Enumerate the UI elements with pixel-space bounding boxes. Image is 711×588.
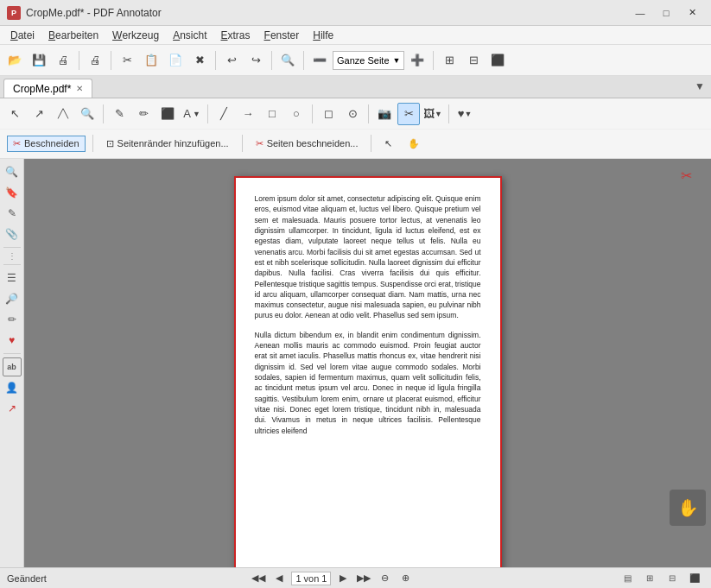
- view-btn-2[interactable]: ⊞: [640, 571, 659, 586]
- toolbar-delete[interactable]: ✖: [188, 49, 211, 72]
- view-btn-4[interactable]: ⬛: [685, 571, 704, 586]
- menu-bearbeiten[interactable]: Bearbeiten: [41, 26, 105, 44]
- zoom-out-btn[interactable]: ⊖: [376, 571, 393, 586]
- page-margin-icon: ⊡: [106, 138, 114, 149]
- nav-first[interactable]: ◀◀: [250, 571, 267, 586]
- menu-fenster[interactable]: Fenster: [257, 26, 307, 44]
- zoom-dropdown-icon: ▼: [393, 56, 401, 65]
- sidebar-icon-zoom[interactable]: 🔎: [3, 289, 22, 308]
- sub-beschneiden[interactable]: ✂ Beschneiden: [7, 136, 86, 152]
- view-btn-3[interactable]: ⊟: [663, 571, 682, 586]
- document-area[interactable]: ✂ Lorem ipsum dolor sit amet, consectetu…: [24, 159, 711, 567]
- tool-lasso[interactable]: ⊙: [341, 103, 364, 125]
- view-btn-1[interactable]: ▤: [618, 571, 637, 586]
- tool-camera[interactable]: 📷: [373, 103, 396, 125]
- menu-hilfe[interactable]: Hilfe: [306, 26, 340, 44]
- toolbar-undo[interactable]: ↩: [220, 49, 243, 72]
- zoom-in-btn[interactable]: ⊕: [397, 571, 414, 586]
- sub-icon2[interactable]: ✋: [402, 136, 426, 152]
- left-sidebar: 🔍 🔖 ✎ 📎 ⋮ ☰ 🔎 ✏ ♥ ab 👤 ↗: [0, 159, 24, 567]
- toolbar-copy[interactable]: 📋: [140, 49, 162, 72]
- toolbar-sep-3: [215, 51, 216, 70]
- app-icon: P: [7, 6, 21, 20]
- tool-select[interactable]: ↖: [3, 103, 26, 125]
- minimize-button[interactable]: —: [628, 4, 652, 22]
- sub-seiten-beschneiden[interactable]: ✂ Seiten beschneiden...: [250, 136, 365, 152]
- main-layout: 🔍 🔖 ✎ 📎 ⋮ ☰ 🔎 ✏ ♥ ab 👤 ↗ ✂ Lorem ipsum d…: [0, 159, 711, 567]
- tool-image[interactable]: 🖼▼: [422, 103, 444, 125]
- page-content: Lorem ipsum dolor sit amet, consectetur …: [255, 193, 481, 436]
- nav-prev[interactable]: ◀: [270, 571, 288, 586]
- nav-next[interactable]: ▶: [334, 571, 352, 586]
- close-button[interactable]: ✕: [680, 4, 704, 22]
- toolbar-cut[interactable]: ✂: [116, 49, 138, 72]
- window-controls: — □ ✕: [628, 4, 704, 22]
- sidebar-icon-text[interactable]: ab: [3, 357, 22, 376]
- toolbar-sep-6: [433, 51, 434, 70]
- sidebar-icon-attach[interactable]: 📎: [3, 224, 22, 243]
- toolbar-redo[interactable]: ↪: [244, 49, 267, 72]
- annot-sep-4: [368, 104, 369, 123]
- toolbar-print[interactable]: 🖨: [84, 49, 106, 72]
- toolbar-zoom-in[interactable]: ➕: [406, 49, 429, 72]
- sidebar-icon-arrow[interactable]: ↗: [3, 399, 22, 418]
- sub-icon1[interactable]: ↖: [378, 136, 398, 152]
- tool-zoom-select[interactable]: 🔍: [76, 103, 98, 125]
- sidebar-icon-edit[interactable]: ✏: [3, 310, 22, 329]
- tool-arrow[interactable]: →: [237, 103, 259, 125]
- tool-select2[interactable]: ↗: [28, 103, 50, 125]
- toolbar-paste[interactable]: 📄: [164, 49, 187, 72]
- annotation-tools-row: ↖ ↗ ╱╲ 🔍 ✎ ✏ ⬛ A▼ ╱ → □ ○ ◻ ⊙ 📷 ✂ 🖼▼ ♥▼: [0, 98, 711, 130]
- sidebar-icon-list[interactable]: ☰: [3, 269, 22, 288]
- tool-line[interactable]: ╱: [213, 103, 235, 125]
- tool-ellipse[interactable]: ○: [285, 103, 308, 125]
- nav-last[interactable]: ▶▶: [355, 571, 372, 586]
- crop-indicator-icon: ✂: [681, 168, 692, 184]
- document-page: Lorem ipsum dolor sit amet, consectetur …: [234, 176, 502, 567]
- toolbar-open[interactable]: 📂: [3, 49, 26, 72]
- tool-color[interactable]: A▼: [181, 103, 203, 125]
- main-toolbar: 📂 💾 🖨 🖨 ✂ 📋 📄 ✖ ↩ ↪ 🔍 ➖ Ganze Seite ▼ ➕ …: [0, 45, 711, 76]
- toolbar-view2[interactable]: ⊟: [462, 49, 485, 72]
- menu-extras[interactable]: Extras: [214, 26, 257, 44]
- menu-ansicht[interactable]: Ansicht: [166, 26, 213, 44]
- tool-rect[interactable]: □: [261, 103, 283, 125]
- tool-highlight[interactable]: ✎: [108, 103, 130, 125]
- hand-tool-button[interactable]: ✋: [670, 490, 706, 526]
- menu-datei[interactable]: Datei: [3, 26, 41, 44]
- annot-sep-2: [207, 104, 208, 123]
- toolbar-view3[interactable]: ⬛: [486, 49, 509, 72]
- sidebar-icon-search[interactable]: 🔍: [3, 162, 22, 181]
- menu-werkzeug[interactable]: Werkzeug: [105, 26, 166, 44]
- sidebar-icon-heart[interactable]: ♥: [3, 331, 22, 350]
- tab-close-btn[interactable]: ✕: [76, 84, 83, 93]
- sidebar-divider-2: [3, 264, 21, 265]
- sidebar-icon-annotation[interactable]: ✎: [3, 204, 22, 223]
- cursor-icon: ↖: [384, 138, 392, 149]
- tab-bar: CropMe.pdf* ✕ ▼: [0, 76, 711, 98]
- tab-dropdown[interactable]: ▼: [692, 75, 708, 98]
- tool-stamp[interactable]: ⬛: [156, 103, 179, 125]
- sidebar-icon-bookmark[interactable]: 🔖: [3, 183, 22, 202]
- maximize-button[interactable]: □: [654, 4, 678, 22]
- tool-crop[interactable]: ✂: [397, 103, 420, 125]
- toolbar-sep-1: [79, 51, 79, 70]
- tool-heart[interactable]: ♥▼: [454, 103, 476, 125]
- tab-cropme[interactable]: CropMe.pdf* ✕: [3, 79, 92, 98]
- toolbar-zoom-out[interactable]: ➖: [308, 49, 331, 72]
- toolbar-save[interactable]: 💾: [28, 49, 50, 72]
- title-bar-text: CropMe.pdf* - PDF Annotator: [26, 7, 162, 19]
- sub-sep-2: [242, 135, 243, 152]
- annot-sep-3: [312, 104, 313, 123]
- toolbar-scan[interactable]: 🖨: [52, 49, 74, 72]
- sub-seitenraender[interactable]: ⊡ Seitenränder hinzufügen...: [100, 136, 235, 152]
- tool-eraser[interactable]: ◻: [317, 103, 340, 125]
- hand-icon: ✋: [677, 497, 699, 518]
- toolbar-view1[interactable]: ⊞: [438, 49, 460, 72]
- toolbar-find[interactable]: 🔍: [276, 49, 299, 72]
- tool-pen[interactable]: ✏: [132, 103, 155, 125]
- sidebar-icon-user[interactable]: 👤: [3, 378, 22, 397]
- tab-label: CropMe.pdf*: [13, 83, 71, 95]
- zoom-selector[interactable]: Ganze Seite ▼: [333, 51, 404, 70]
- tool-select3[interactable]: ╱╲: [52, 103, 74, 125]
